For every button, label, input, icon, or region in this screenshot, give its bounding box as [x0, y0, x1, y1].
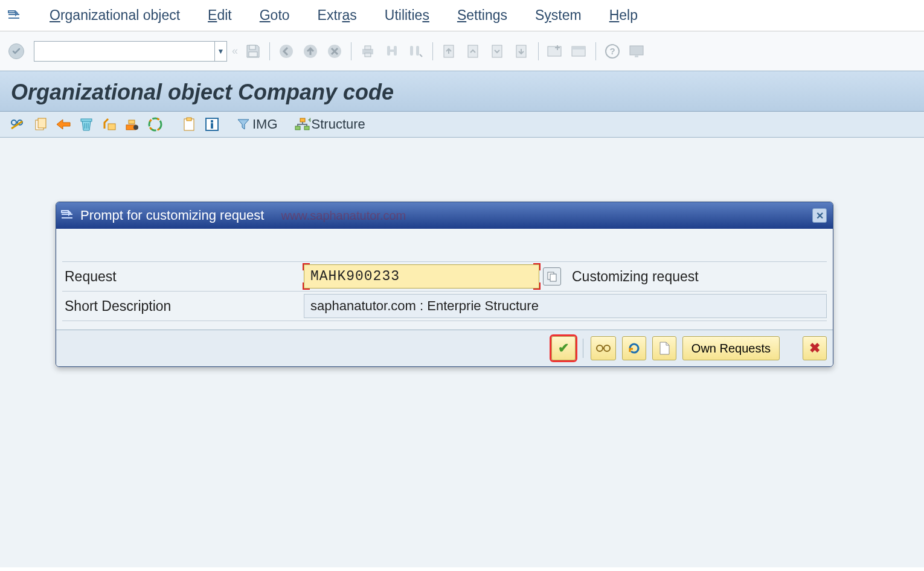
menu-indicator-icon[interactable] [7, 8, 22, 23]
svg-rect-11 [410, 46, 413, 56]
own-requests-label: Own Requests [691, 342, 771, 356]
org-object-icon[interactable] [123, 115, 141, 133]
customize-layout-icon[interactable] [626, 41, 647, 62]
transport-icon[interactable] [54, 115, 72, 133]
svg-rect-8 [387, 46, 390, 56]
continue-button[interactable]: ✔ [551, 336, 576, 360]
display-request-button[interactable] [591, 336, 616, 360]
back-history-icon[interactable]: « [231, 45, 239, 57]
dialog-body: Request MAHK900233 Customizing request S… [56, 229, 833, 330]
info-icon[interactable] [203, 115, 221, 133]
where-used-icon[interactable] [100, 115, 118, 133]
structure-button[interactable]: + Structure [294, 115, 365, 133]
delete-icon[interactable] [77, 115, 95, 133]
request-value: MAHK900233 [310, 269, 400, 284]
save-icon[interactable] [243, 41, 263, 62]
svg-rect-36 [187, 118, 191, 121]
svg-rect-42 [304, 126, 309, 130]
footer-separator [583, 339, 583, 358]
check-icon: ✔ [558, 340, 569, 356]
svg-rect-22 [630, 46, 643, 55]
menu-extras[interactable]: Extras [318, 7, 357, 24]
svg-rect-0 [249, 45, 255, 49]
svg-rect-9 [394, 46, 397, 56]
dialog-title-text: Prompt for customizing request [80, 208, 264, 223]
create-request-button[interactable] [652, 336, 676, 360]
cancel-x-icon: ✖ [809, 340, 820, 356]
menu-goto[interactable]: Goto [260, 7, 290, 24]
row-request: Request MAHK900233 Customizing request [62, 261, 827, 292]
svg-rect-15 [492, 45, 502, 57]
svg-point-47 [604, 345, 610, 351]
svg-rect-6 [365, 46, 371, 49]
dialog-close-button[interactable]: ✕ [812, 208, 827, 223]
activity-icon[interactable] [146, 115, 164, 133]
find-next-icon[interactable] [406, 41, 426, 62]
menu-system[interactable]: System [535, 7, 582, 24]
prev-page-icon[interactable] [463, 41, 484, 62]
img-label: IMG [252, 116, 278, 132]
svg-point-31 [133, 125, 138, 130]
menu-utilities[interactable]: Utilities [385, 7, 429, 24]
title-band: Organizational object Company code [0, 71, 924, 112]
refresh-request-button[interactable] [622, 336, 646, 360]
application-toolbar: IMG + Structure [0, 112, 924, 138]
menu-org-object[interactable]: Organizational object [50, 7, 180, 24]
request-f4-button[interactable] [543, 267, 561, 286]
svg-rect-38 [211, 123, 213, 129]
menubar: Organizational object Edit Goto Extras U… [0, 0, 924, 31]
exit-icon[interactable] [300, 41, 321, 62]
structure-label: Structure [312, 116, 365, 132]
svg-rect-41 [295, 126, 300, 130]
hierarchy-icon: + [294, 115, 312, 133]
find-icon[interactable] [382, 41, 402, 62]
layout-icon[interactable] [569, 41, 589, 62]
clipboard-icon[interactable] [180, 115, 198, 133]
cancel-button[interactable]: ✖ [803, 336, 827, 360]
help-icon[interactable]: ? [602, 41, 623, 62]
cancel-icon[interactable] [324, 41, 345, 62]
request-input[interactable]: MAHK900233 [304, 264, 539, 289]
own-requests-button[interactable]: Own Requests [682, 336, 780, 360]
svg-rect-19 [572, 46, 585, 49]
next-page-icon[interactable] [487, 41, 508, 62]
dialog-watermark: www.saphanatutor.com [281, 209, 406, 223]
svg-rect-45 [550, 274, 556, 281]
enter-ok-button[interactable] [8, 43, 24, 59]
menu-edit[interactable]: Edit [208, 7, 232, 24]
svg-point-46 [597, 345, 603, 351]
svg-rect-39 [211, 120, 213, 123]
svg-text:+: + [308, 118, 310, 124]
svg-text:?: ? [609, 46, 615, 56]
description-field[interactable]: saphanatutor.com : Enterprie Structure [304, 294, 827, 318]
svg-rect-14 [468, 45, 478, 57]
svg-rect-29 [108, 124, 115, 130]
menu-help[interactable]: Help [609, 7, 638, 24]
display-change-icon[interactable] [8, 115, 27, 133]
refresh-icon [627, 342, 641, 355]
back-icon[interactable] [276, 41, 297, 62]
row-description: Short Description saphanatutor.com : Ent… [62, 292, 827, 321]
description-label: Short Description [62, 298, 304, 314]
dialog-title-icon [61, 210, 74, 221]
new-document-icon [658, 341, 670, 356]
svg-rect-27 [38, 118, 46, 128]
standard-toolbar: ▼ « ? [0, 31, 924, 71]
command-field[interactable] [34, 41, 215, 62]
command-field-dropdown[interactable]: ▼ [215, 41, 227, 62]
menu-settings[interactable]: Settings [457, 7, 507, 24]
first-page-icon[interactable] [439, 41, 460, 62]
svg-rect-1 [249, 52, 257, 57]
copy-icon[interactable] [31, 115, 50, 133]
svg-rect-40 [300, 118, 305, 122]
request-type-label: Customizing request [572, 269, 699, 285]
workspace: Prompt for customizing request www.sapha… [0, 138, 924, 567]
print-icon[interactable] [358, 41, 378, 62]
last-page-icon[interactable] [512, 41, 532, 62]
svg-point-2 [280, 45, 293, 58]
new-session-icon[interactable] [545, 41, 565, 62]
svg-rect-10 [390, 49, 394, 52]
customizing-request-dialog: Prompt for customizing request www.sapha… [56, 202, 833, 367]
img-button[interactable]: IMG [234, 115, 278, 133]
description-value: saphanatutor.com : Enterprie Structure [310, 298, 539, 314]
